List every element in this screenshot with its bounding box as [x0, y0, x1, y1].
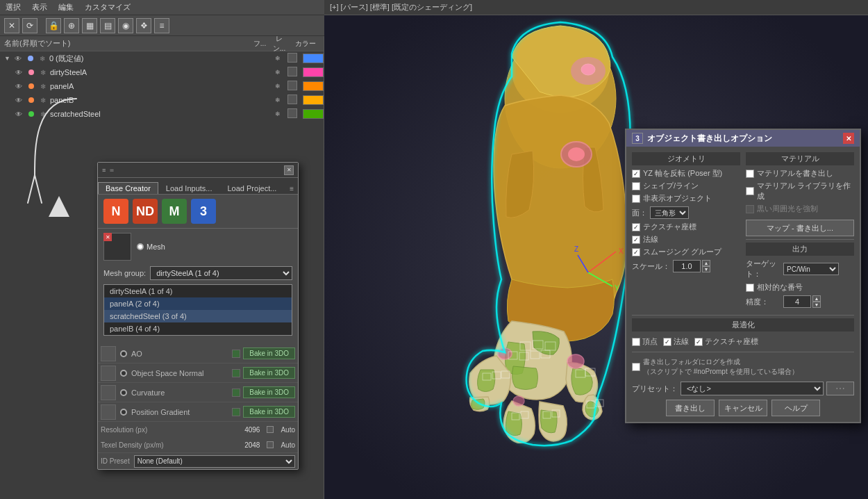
svg-point-8 [567, 354, 584, 368]
opt-normal-checkbox[interactable] [663, 338, 671, 346]
texel-check[interactable] [267, 441, 274, 448]
toolbar-add-btn[interactable]: ⊕ [64, 18, 79, 33]
scale-down-btn[interactable]: ▼ [702, 266, 710, 272]
app-icon-n[interactable]: N [103, 199, 128, 224]
scene-item-label-scratched: scratchedSteel [50, 110, 272, 118]
asterisk-panelB: ❄ [40, 97, 46, 104]
dropdown-list: dirtySteelA (1 of 4) panelA (2 of 4) scr… [103, 284, 292, 336]
toolbar-refresh-btn[interactable]: ⟳ [22, 18, 37, 33]
sparse-label: 精度： [746, 297, 781, 307]
scene-item-panelB[interactable]: 👁 ❄ panelB ❄ [0, 93, 324, 107]
scale-row: スケール： ▲ ▼ [632, 260, 740, 272]
divider-optimize [632, 315, 854, 316]
log-row: 書き出しフォルダにログを作成 （スクリプトで #noPrompt を使用している… [632, 355, 854, 379]
help-btn[interactable]: ヘルプ [771, 400, 820, 416]
app-icon-m[interactable]: M [162, 199, 187, 224]
export-btn[interactable]: 書き出し [666, 400, 715, 416]
target-select[interactable]: PC/Win [783, 263, 839, 275]
dialog-close-btn[interactable]: ✕ [843, 133, 854, 144]
col-ren-scratched [287, 108, 297, 120]
scene-item-root[interactable]: ▼ 👁 ❄ 0 (既定値) ❄ [0, 51, 324, 65]
tab-base-creator[interactable]: Base Creator [98, 182, 158, 194]
log-checkbox[interactable] [632, 363, 640, 371]
bake-btn-normal[interactable]: Bake in 3DO [243, 367, 295, 379]
toolbar-grid1-btn[interactable]: ▦ [82, 18, 97, 33]
col-frz-scratched: ❄ [275, 111, 281, 117]
tex-coord-checkbox[interactable] [632, 223, 640, 231]
scale-up-btn[interactable]: ▲ [702, 260, 710, 266]
smooth-group-row: スムージング グループ [632, 247, 740, 257]
scene-header: 名前(昇順でソート) フ... レン... カラー [0, 36, 324, 51]
bake-section-ao: AO Bake in 3DO [98, 344, 298, 363]
bake-btn-ao[interactable]: Bake in 3DO [243, 347, 295, 359]
app-icon-3[interactable]: 3 [191, 199, 216, 224]
mesh-group-select[interactable]: dirtySteelA (1 of 4) [150, 266, 292, 280]
dropdown-item-2[interactable]: scratchedSteel (3 of 4) [104, 310, 292, 322]
resolution-check[interactable] [267, 426, 274, 433]
dialog-number-badge: 3 [632, 133, 643, 144]
face-select[interactable]: 三角形 [650, 206, 689, 219]
dialog-titlebar[interactable]: 3 オブジェクト書き出しオプション ✕ [626, 130, 860, 147]
toolbar-diamond-btn[interactable]: ❖ [136, 18, 151, 33]
relative-num-row: 相対的な番号 [746, 282, 854, 293]
hidden-obj-checkbox[interactable] [632, 195, 640, 203]
menu-item-edit[interactable]: 編集 [58, 2, 74, 13]
sparse-up-btn[interactable]: ▲ [812, 295, 821, 302]
toolbar-grid2-btn[interactable]: ▤ [100, 18, 115, 33]
col-ren-root [287, 53, 297, 64]
toolbar-close-btn[interactable]: ✕ [4, 18, 19, 33]
id-preset-row: ID Preset None (Default) [98, 452, 298, 469]
tab-more-btn[interactable]: ≡ [285, 183, 298, 194]
menu-item-view[interactable]: 表示 [32, 2, 47, 13]
col-frz-panelA: ❄ [275, 83, 281, 90]
sparse-input[interactable] [783, 295, 811, 308]
panel-close-btn[interactable]: ✕ [284, 165, 294, 175]
dot-icon-dirty [28, 69, 34, 75]
scene-item-scratched[interactable]: 👁 ❄ scratchedSteel ❄ [0, 107, 324, 121]
app-icon-nd[interactable]: ND [133, 199, 158, 224]
force-black-checkbox[interactable] [746, 205, 754, 213]
mesh-close-btn[interactable]: ✕ [103, 233, 112, 241]
bake-label-curvature: Curvature [131, 388, 232, 397]
bake-section-curvature: Curvature Bake in 3DO [98, 383, 298, 402]
mesh-radio[interactable]: Mesh [137, 243, 165, 251]
toolbar-lock-btn[interactable]: 🔒 [46, 18, 61, 33]
opt-texcoord-label: テクスチャ座標 [705, 336, 758, 347]
yz-flip-checkbox[interactable] [632, 170, 640, 178]
normals-checkbox[interactable] [632, 236, 640, 244]
create-lib-checkbox[interactable] [746, 187, 754, 195]
panel-expand-icon: ≡ [102, 167, 106, 174]
shape-line-checkbox[interactable] [632, 182, 640, 190]
dropdown-item-3[interactable]: panelB (4 of 4) [104, 322, 292, 335]
menu-item-customize[interactable]: カスタマイズ [85, 2, 131, 13]
opt-texcoord-checkbox[interactable] [694, 338, 703, 346]
preset-options-btn[interactable]: ⋯ [826, 382, 854, 395]
preset-select[interactable]: <なし> [681, 382, 824, 395]
force-black-row: 黒い周囲光を強制 [746, 204, 854, 214]
tab-load-project[interactable]: Load Project... [219, 182, 284, 194]
scale-input[interactable] [673, 260, 701, 272]
hidden-obj-label: 非表示オブジェクト [643, 193, 712, 204]
dropdown-item-0[interactable]: dirtySteelA (1 of 4) [104, 285, 292, 297]
shape-line-label: シェイプ/ライン [643, 181, 699, 191]
id-preset-select[interactable]: None (Default) [134, 455, 295, 468]
map-export-btn[interactable]: マップ - 書き出し... [746, 220, 854, 236]
export-mat-checkbox[interactable] [746, 170, 754, 178]
menu-item-select[interactable]: 選択 [6, 2, 21, 13]
dialog-title: オブジェクト書き出しオプション [647, 133, 772, 145]
normals-label: 法線 [643, 234, 658, 245]
tab-load-inputs[interactable]: Load Inputs... [158, 182, 220, 194]
toolbar-dot-btn[interactable]: ◉ [118, 18, 133, 33]
relative-num-checkbox[interactable] [746, 284, 754, 292]
smooth-group-checkbox[interactable] [632, 248, 640, 256]
cancel-btn[interactable]: キャンセル [719, 400, 767, 416]
panel-titlebar[interactable]: ≡ ＝ ✕ [98, 163, 298, 178]
bake-btn-curvature[interactable]: Bake in 3DO [243, 386, 295, 398]
dropdown-item-1[interactable]: panelA (2 of 4) [104, 297, 292, 310]
sparse-down-btn[interactable]: ▼ [812, 302, 821, 308]
bake-btn-position[interactable]: Bake in 3DO [243, 406, 295, 418]
toolbar-menu-btn[interactable]: ≡ [154, 18, 169, 33]
scene-item-dirty[interactable]: 👁 ❄ dirtySteelA ❄ [0, 65, 324, 79]
scene-item-panelA[interactable]: 👁 ❄ panelA ❄ [0, 79, 324, 93]
opt-vertex-checkbox[interactable] [632, 338, 640, 346]
